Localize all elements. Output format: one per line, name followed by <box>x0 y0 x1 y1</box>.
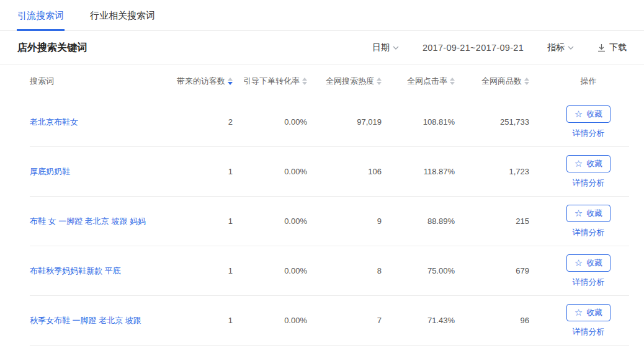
column-label: 引导下单转化率 <box>243 76 300 87</box>
sort-icon[interactable] <box>524 78 529 85</box>
favorite-label: 收藏 <box>586 307 602 318</box>
favorite-label: 收藏 <box>586 158 602 169</box>
date-dropdown-label: 日期 <box>372 42 390 53</box>
table-header: 搜索词 带来的访客数 引导下单转化率 全网搜索热度 全网点击率 全网商品数 操作 <box>30 65 629 97</box>
keyword-link[interactable]: 厚底奶奶鞋 <box>30 167 70 176</box>
favorite-label: 收藏 <box>586 257 602 269</box>
favorite-button[interactable]: ☆ 收藏 <box>566 304 610 321</box>
keyword-link[interactable]: 布鞋 女 一脚蹬 老北京 坡跟 妈妈 <box>30 216 146 226</box>
detail-analysis-link[interactable]: 详情分析 <box>573 326 605 337</box>
tab-traffic-keywords[interactable]: 引流搜索词 <box>17 0 64 31</box>
column-label: 操作 <box>581 76 597 87</box>
metrics-dropdown-label: 指标 <box>547 42 565 53</box>
table-header-cell[interactable]: 带来的访客数 <box>172 76 233 87</box>
table-header-cell[interactable]: 全网商品数 <box>455 76 529 87</box>
detail-analysis-link[interactable]: 详情分析 <box>573 128 605 139</box>
download-icon <box>597 43 606 52</box>
visitors-value: 2 <box>172 117 233 127</box>
favorite-button[interactable]: ☆ 收藏 <box>566 254 610 272</box>
table-row: 老北京布鞋女 2 0.00% 97,019 108.81% 251,733 ☆ … <box>30 97 629 147</box>
keyword-link[interactable]: 布鞋秋季妈妈鞋新款 平底 <box>30 266 121 275</box>
chevron-down-icon <box>393 46 399 50</box>
products-value: 251,733 <box>455 117 529 127</box>
table-row: 秋季女布鞋 一脚蹬 老北京 坡跟 1 0.00% 7 71.43% 96 ☆ 收… <box>30 296 629 346</box>
favorite-label: 收藏 <box>586 208 602 219</box>
search-heat-value: 7 <box>307 316 382 325</box>
detail-analysis-link[interactable]: 详情分析 <box>573 177 605 189</box>
keyword-link[interactable]: 老北京布鞋女 <box>30 117 78 127</box>
sort-icon[interactable] <box>302 78 307 85</box>
conversion-value: 0.00% <box>233 167 307 176</box>
table-header-cell[interactable]: 操作 <box>529 76 629 87</box>
visitors-value: 1 <box>172 216 233 226</box>
click-rate-value: 75.00% <box>382 266 455 275</box>
download-label: 下载 <box>609 42 627 53</box>
column-label: 全网搜索热度 <box>326 76 374 87</box>
detail-analysis-link[interactable]: 详情分析 <box>573 227 605 238</box>
download-button[interactable]: 下载 <box>597 42 627 53</box>
table-header-cell[interactable]: 引导下单转化率 <box>233 76 307 87</box>
star-icon: ☆ <box>575 109 583 118</box>
table-header-cell[interactable]: 全网搜索热度 <box>307 76 382 87</box>
column-label: 搜索词 <box>30 76 54 87</box>
date-range-value[interactable]: 2017-09-21~2017-09-21 <box>423 43 524 53</box>
tab-industry-keywords[interactable]: 行业相关搜索词 <box>90 0 155 31</box>
column-label: 带来的访客数 <box>177 76 225 87</box>
star-icon: ☆ <box>575 308 583 317</box>
sort-icon[interactable] <box>450 78 455 85</box>
favorite-button[interactable]: ☆ 收藏 <box>566 105 610 123</box>
column-label: 全网商品数 <box>481 76 522 87</box>
sort-icon[interactable] <box>377 78 382 85</box>
column-label: 全网点击率 <box>407 76 447 87</box>
chevron-down-icon <box>568 46 574 50</box>
tab-bar: 引流搜索词 行业相关搜索词 <box>0 0 644 31</box>
products-value: 679 <box>455 266 529 275</box>
search-heat-value: 106 <box>307 167 382 176</box>
sort-icon[interactable] <box>228 78 233 85</box>
metrics-dropdown[interactable]: 指标 <box>547 42 574 53</box>
search-heat-value: 97,019 <box>307 117 382 127</box>
star-icon: ☆ <box>575 159 583 168</box>
conversion-value: 0.00% <box>233 316 307 325</box>
date-dropdown[interactable]: 日期 <box>372 42 399 53</box>
star-icon: ☆ <box>575 258 583 267</box>
conversion-value: 0.00% <box>233 216 307 226</box>
click-rate-value: 118.87% <box>382 167 455 176</box>
visitors-value: 1 <box>172 316 233 325</box>
search-heat-value: 9 <box>307 216 382 226</box>
conversion-value: 0.00% <box>233 266 307 275</box>
detail-analysis-link[interactable]: 详情分析 <box>573 277 605 288</box>
page-title: 店外搜索关键词 <box>17 42 87 55</box>
keyword-link[interactable]: 秋季女布鞋 一脚蹬 老北京 坡跟 <box>30 316 141 325</box>
favorite-button[interactable]: ☆ 收藏 <box>566 205 610 222</box>
products-value: 96 <box>455 316 529 325</box>
table-row: 布鞋秋季妈妈鞋新款 平底 1 0.00% 8 75.00% 679 ☆ 收藏 详… <box>30 246 629 296</box>
click-rate-value: 108.81% <box>382 117 455 127</box>
table-header-cell[interactable]: 全网点击率 <box>382 76 455 87</box>
table-header-cell[interactable]: 搜索词 <box>30 76 172 87</box>
search-heat-value: 8 <box>307 266 382 275</box>
favorite-label: 收藏 <box>586 109 602 120</box>
toolbar-controls: 日期 2017-09-21~2017-09-21 指标 下载 <box>372 42 627 53</box>
visitors-value: 1 <box>172 266 233 275</box>
visitors-value: 1 <box>172 167 233 176</box>
products-value: 215 <box>455 216 529 226</box>
table-body: 老北京布鞋女 2 0.00% 97,019 108.81% 251,733 ☆ … <box>0 97 644 346</box>
products-value: 1,723 <box>455 167 529 176</box>
click-rate-value: 71.43% <box>382 316 455 325</box>
favorite-button[interactable]: ☆ 收藏 <box>566 155 610 172</box>
conversion-value: 0.00% <box>233 117 307 127</box>
click-rate-value: 88.89% <box>382 216 455 226</box>
table-row: 厚底奶奶鞋 1 0.00% 106 118.87% 1,723 ☆ 收藏 详情分… <box>30 147 629 197</box>
table-row: 布鞋 女 一脚蹬 老北京 坡跟 妈妈 1 0.00% 9 88.89% 215 … <box>30 197 629 246</box>
toolbar: 店外搜索关键词 日期 2017-09-21~2017-09-21 指标 下载 <box>0 31 644 65</box>
star-icon: ☆ <box>575 208 583 218</box>
